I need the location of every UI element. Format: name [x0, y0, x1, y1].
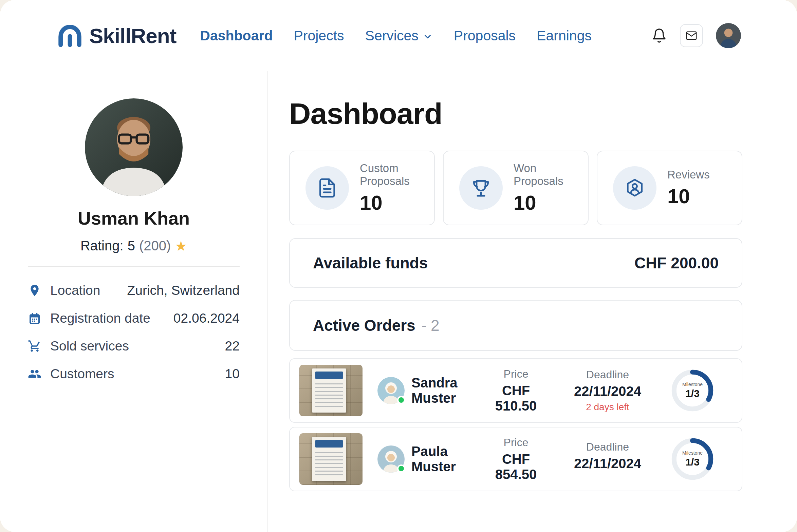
stat-custom-proposals: Custom Proposals 10 — [289, 151, 435, 225]
detail-value: 22 — [225, 339, 240, 354]
detail-value: 10 — [225, 366, 240, 381]
rating-count: (200) — [139, 238, 171, 253]
detail-value: 02.06.2024 — [173, 311, 240, 326]
nav-earnings[interactable]: Earnings — [537, 28, 592, 44]
notifications-button[interactable] — [651, 28, 667, 43]
stat-value: 10 — [667, 185, 710, 208]
milestone-text: Milestone 1/3 — [670, 368, 715, 413]
nav-dashboard[interactable]: Dashboard — [200, 28, 273, 44]
profile-details: Location Zurich, Switzerland — [28, 277, 240, 388]
price-value: CHF 854.50 — [480, 452, 552, 482]
brand-logo[interactable]: SkillRent — [56, 22, 176, 50]
stat-icon-circle — [305, 166, 349, 210]
detail-sold-services: Sold services 22 — [28, 332, 240, 360]
days-left-warning: 2 days left — [565, 402, 650, 413]
customer-name: Sandra Muster — [411, 375, 480, 406]
detail-registration-date: Registration date 02.06.2024 — [28, 304, 240, 332]
stat-label: Won Proposals — [514, 162, 588, 188]
price-value: CHF 510.50 — [480, 383, 552, 414]
order-row-paula[interactable]: Paula Muster Price CHF 854.50 Deadline 2… — [289, 427, 742, 491]
user-avatar-image — [716, 23, 741, 48]
stat-reviews: Reviews 10 — [597, 151, 742, 225]
profile-name: Usman Khan — [78, 208, 190, 229]
nav-services[interactable]: Services — [365, 28, 433, 44]
available-funds-label: Available funds — [313, 254, 428, 272]
stat-text: Won Proposals 10 — [514, 162, 588, 214]
skillrent-app: SkillRent Dashboard Projects Services Pr… — [0, 0, 797, 532]
order-thumbnail — [299, 433, 363, 485]
topbar: SkillRent Dashboard Projects Services Pr… — [0, 0, 797, 71]
price-label: Price — [480, 368, 552, 380]
mail-icon — [686, 30, 697, 41]
calendar-icon — [28, 311, 41, 325]
detail-label: Customers — [50, 366, 216, 381]
sidebar-divider — [28, 266, 240, 267]
order-thumbnail — [299, 365, 363, 416]
stat-value: 10 — [360, 191, 434, 214]
detail-location: Location Zurich, Switzerland — [28, 277, 240, 304]
deadline-value: 22/11/2024 — [565, 384, 650, 399]
detail-label: Sold services — [50, 339, 216, 354]
detail-label: Location — [50, 283, 118, 298]
profile-photo-image — [85, 98, 183, 196]
trophy-icon — [470, 177, 492, 198]
milestone-value: 1/3 — [685, 456, 700, 468]
milestone-label: Milestone — [682, 382, 703, 387]
profile-sidebar: Usman Khan Rating: 5 (200) ★ Location Zu… — [0, 71, 268, 532]
detail-customers: Customers 10 — [28, 360, 240, 388]
nav-services-label: Services — [365, 28, 419, 44]
profile-rating: Rating: 5 (200) ★ — [80, 238, 187, 253]
active-orders-card: Active Orders - 2 — [289, 300, 742, 351]
location-pin-icon — [28, 284, 41, 297]
customer-name: Paula Muster — [411, 444, 480, 474]
order-price-block: Price CHF 854.50 — [480, 436, 552, 482]
topbar-right — [651, 23, 741, 48]
stats-row: Custom Proposals 10 — [289, 151, 742, 225]
active-orders-separator: - — [422, 316, 427, 335]
deadline-label: Deadline — [565, 441, 650, 453]
skillrent-logo-icon — [56, 22, 84, 50]
nav-projects[interactable]: Projects — [294, 28, 344, 44]
stat-text: Custom Proposals 10 — [360, 162, 434, 214]
nav-proposals[interactable]: Proposals — [454, 28, 516, 44]
order-price-block: Price CHF 510.50 — [480, 368, 552, 414]
milestone-value: 1/3 — [685, 388, 700, 399]
order-deadline-block: Deadline 22/11/2024 — [565, 441, 650, 477]
stat-label: Reviews — [667, 168, 710, 181]
active-orders-count: 2 — [431, 316, 440, 335]
detail-value: Zurich, Switzerland — [127, 283, 240, 298]
cart-icon — [28, 339, 41, 353]
customer-avatar — [377, 445, 405, 473]
online-status-dot — [397, 464, 405, 473]
milestone-donut: Milestone 1/3 — [670, 368, 715, 413]
brand-name: SkillRent — [89, 24, 176, 48]
bell-icon — [651, 28, 667, 43]
document-icon — [317, 177, 338, 198]
deadline-label: Deadline — [565, 368, 650, 381]
order-row-sandra[interactable]: Sandra Muster Price CHF 510.50 Deadline … — [289, 358, 742, 423]
reviews-badge-icon — [624, 177, 645, 198]
stat-icon-circle — [459, 166, 503, 210]
days-left-warning — [565, 474, 650, 477]
milestone-donut: Milestone 1/3 — [670, 437, 715, 481]
detail-label: Registration date — [50, 311, 165, 326]
dashboard-main: Dashboard Custom Proposals — [268, 71, 797, 532]
messages-button[interactable] — [680, 24, 703, 47]
available-funds-value: CHF 200.00 — [634, 254, 719, 272]
main-nav: Dashboard Projects Services Proposals Ea… — [200, 28, 592, 44]
milestone-text: Milestone 1/3 — [670, 437, 715, 481]
online-status-dot — [397, 396, 405, 404]
milestone-label: Milestone — [682, 450, 703, 456]
deadline-value: 22/11/2024 — [565, 456, 650, 471]
star-icon: ★ — [175, 239, 187, 253]
stat-value: 10 — [514, 191, 588, 214]
price-label: Price — [480, 436, 552, 449]
profile-photo — [85, 98, 183, 196]
stat-icon-circle — [613, 166, 656, 210]
rating-score: 5 — [128, 238, 135, 253]
active-orders-label: Active Orders — [313, 316, 415, 335]
user-avatar[interactable] — [716, 23, 741, 48]
order-deadline-block: Deadline 22/11/2024 2 days left — [565, 368, 650, 413]
stat-label: Custom Proposals — [360, 162, 434, 188]
stat-won-proposals: Won Proposals 10 — [443, 151, 589, 225]
